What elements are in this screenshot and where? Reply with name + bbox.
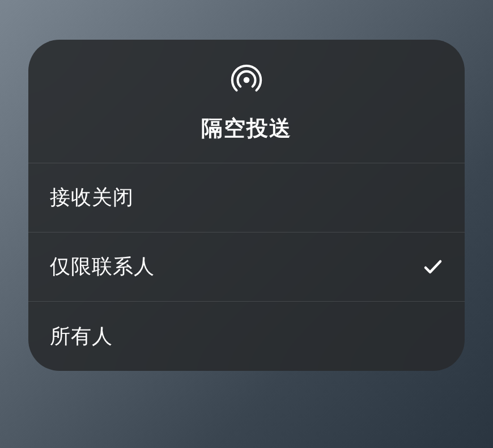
- options-list: 接收关闭 仅限联系人 所有人: [28, 163, 465, 371]
- option-label: 接收关闭: [50, 184, 134, 212]
- panel-header: 隔空投送: [28, 40, 465, 163]
- option-everyone[interactable]: 所有人: [28, 302, 465, 371]
- option-label: 所有人: [50, 323, 113, 350]
- option-receiving-off[interactable]: 接收关闭: [28, 163, 465, 233]
- option-contacts-only[interactable]: 仅限联系人: [28, 233, 465, 302]
- svg-point-0: [244, 77, 250, 83]
- panel-title: 隔空投送: [201, 114, 292, 143]
- checkmark-icon: [423, 257, 443, 277]
- airdrop-icon: [229, 62, 264, 100]
- option-label: 仅限联系人: [50, 253, 155, 281]
- airdrop-panel: 隔空投送 接收关闭 仅限联系人 所有人: [28, 40, 465, 371]
